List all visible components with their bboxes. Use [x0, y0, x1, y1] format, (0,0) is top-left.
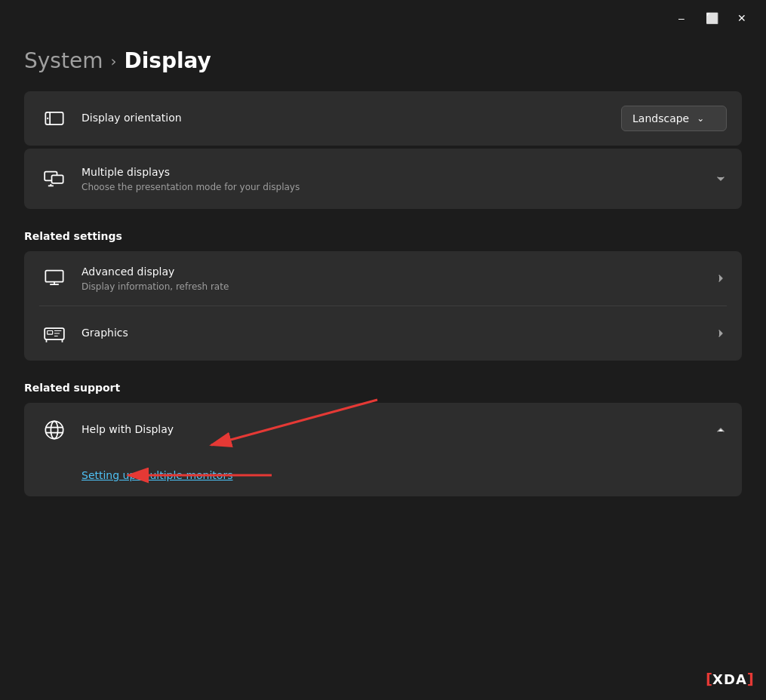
- related-settings-card: Advanced display Display information, re…: [24, 251, 742, 361]
- svg-rect-11: [48, 331, 53, 335]
- advanced-display-chevron: [715, 272, 727, 284]
- graphics-text: Graphics: [82, 326, 715, 341]
- title-bar: – ⬜ ✕: [0, 0, 766, 36]
- help-with-display-title: Help with Display: [82, 422, 715, 438]
- svg-point-17: [45, 421, 63, 438]
- multiple-displays-item[interactable]: Multiple displays Choose the presentatio…: [24, 149, 742, 209]
- display-orientation-control: Landscape ⌄: [621, 106, 727, 131]
- display-orientation-title: Display orientation: [82, 111, 621, 126]
- chevron-down-icon: ⌄: [697, 113, 704, 124]
- multiple-displays-icon: [39, 164, 69, 194]
- help-with-display-collapse[interactable]: [715, 424, 727, 436]
- page-header: System › Display: [0, 36, 766, 91]
- help-with-display-item[interactable]: Help with Display: [24, 403, 742, 457]
- multiple-displays-subtitle: Choose the presentation mode for your di…: [82, 182, 715, 192]
- multiple-displays-text: Multiple displays Choose the presentatio…: [82, 165, 715, 192]
- advanced-display-subtitle: Display information, refresh rate: [82, 281, 715, 292]
- xda-watermark: [ XDA ]: [706, 670, 754, 688]
- graphics-title: Graphics: [82, 326, 715, 341]
- help-with-display-text: Help with Display: [82, 422, 715, 438]
- graphics-icon: [39, 318, 69, 348]
- multiple-displays-card: Multiple displays Choose the presentatio…: [24, 149, 742, 209]
- advanced-display-item[interactable]: Advanced display Display information, re…: [24, 251, 742, 305]
- related-settings-heading: Related settings: [24, 212, 742, 251]
- related-support-heading: Related support: [24, 364, 742, 403]
- help-globe-icon: [39, 415, 69, 445]
- graphics-chevron: [715, 327, 727, 339]
- display-orientation-card: Display orientation Landscape ⌄: [24, 91, 742, 146]
- orientation-dropdown-value: Landscape: [632, 112, 689, 124]
- display-orientation-text: Display orientation: [82, 111, 621, 126]
- minimize-button[interactable]: –: [669, 9, 694, 27]
- breadcrumb: System › Display: [24, 48, 742, 73]
- xda-text: XDA: [712, 671, 747, 687]
- svg-rect-7: [45, 271, 63, 282]
- breadcrumb-separator: ›: [110, 52, 116, 70]
- advanced-display-icon: [39, 263, 69, 293]
- xda-bracket-left: [: [706, 670, 712, 688]
- svg-rect-4: [52, 175, 63, 183]
- advanced-display-text: Advanced display Display information, re…: [82, 265, 715, 292]
- xda-logo: [ XDA ]: [706, 670, 754, 688]
- breadcrumb-current: Display: [124, 48, 211, 73]
- main-content: Display orientation Landscape ⌄: [0, 91, 766, 496]
- multiple-displays-title: Multiple displays: [82, 165, 715, 180]
- breadcrumb-parent[interactable]: System: [24, 48, 103, 73]
- close-button[interactable]: ✕: [730, 9, 754, 27]
- graphics-item[interactable]: Graphics: [24, 306, 742, 361]
- svg-point-2: [47, 118, 48, 119]
- xda-bracket-right: ]: [747, 670, 754, 688]
- maximize-button[interactable]: ⬜: [700, 9, 724, 27]
- display-orientation-item[interactable]: Display orientation Landscape ⌄: [24, 91, 742, 146]
- advanced-display-title: Advanced display: [82, 265, 715, 280]
- setting-up-monitors-link[interactable]: Setting up multiple monitors: [24, 457, 742, 496]
- help-card: Help with Display Setting up multiple mo…: [24, 403, 742, 496]
- multiple-displays-expand[interactable]: [715, 173, 727, 185]
- orientation-dropdown[interactable]: Landscape ⌄: [621, 106, 727, 131]
- svg-point-18: [51, 421, 57, 438]
- display-orientation-icon: [39, 103, 69, 134]
